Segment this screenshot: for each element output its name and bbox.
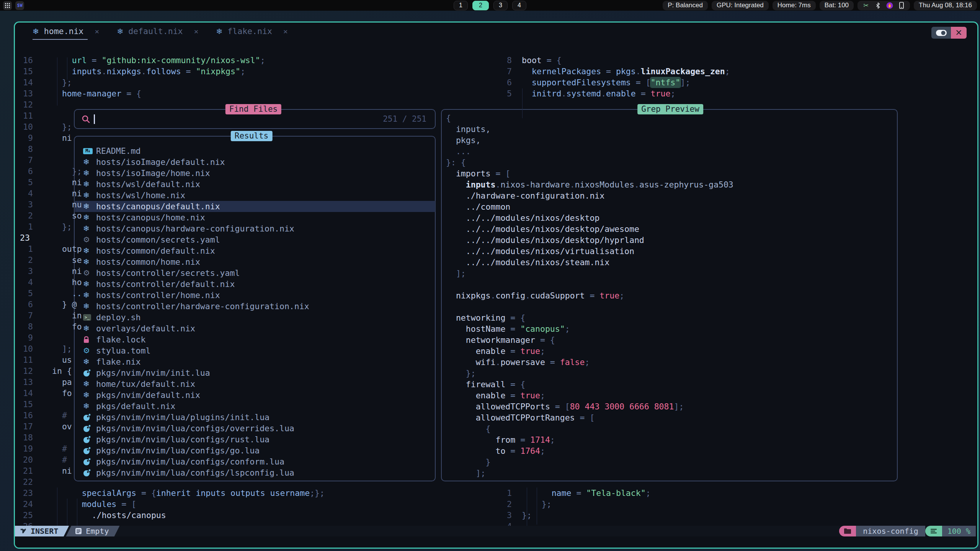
code-line[interactable]: 8 — [15, 143, 977, 155]
code-line[interactable]: 8boot = { — [15, 55, 977, 66]
workspace-button-1[interactable]: 1 — [454, 1, 468, 10]
code-line[interactable]: 3 nu — [15, 199, 977, 210]
code-line[interactable]: 3}; — [15, 510, 977, 521]
line-number: 8 — [493, 55, 512, 66]
code-line[interactable]: 10 ]; — [15, 343, 977, 354]
code-line[interactable]: 16 # — [15, 410, 977, 421]
line-number: 20 — [15, 454, 33, 465]
code-line[interactable]: 8 fo — [15, 321, 977, 332]
workspace-button-3[interactable]: 3 — [493, 1, 508, 10]
code-line[interactable]: 10 }; — [15, 121, 977, 132]
results-title: Results — [231, 131, 273, 141]
tab-label: flake.nix — [227, 26, 272, 36]
file-state: Empty — [66, 526, 119, 536]
code-line[interactable]: 4 ho — [15, 277, 977, 288]
code-line[interactable]: 13 pa — [15, 377, 977, 388]
code-line[interactable]: 19 # — [15, 443, 977, 454]
line-number: 19 — [15, 443, 33, 454]
workspace-button-4[interactable]: 4 — [512, 1, 526, 10]
tab-default.nix[interactable]: ❄default.nix× — [117, 23, 198, 40]
workspace-button-2[interactable]: 2 — [472, 1, 489, 10]
code-line[interactable]: 7 — [15, 155, 977, 166]
code-line[interactable]: 23 — [15, 232, 977, 243]
desktop-background: ❄home.nix×❄default.nix×❄flake.nix× ✕ 251… — [0, 11, 980, 551]
apps-grid-icon[interactable] — [3, 1, 12, 10]
code-line[interactable]: 22 — [15, 476, 977, 487]
line-number: 3 — [15, 199, 33, 210]
tab-flake.nix[interactable]: ❄flake.nix× — [216, 23, 288, 40]
phone-icon[interactable] — [898, 2, 905, 9]
flame-icon[interactable] — [886, 2, 893, 9]
clock[interactable]: Thu Aug 08, 18:16 — [914, 1, 977, 10]
code-line[interactable]: 5 ni — [15, 177, 977, 188]
code-line[interactable]: 1 name = "Tela-black"; — [15, 487, 977, 499]
code-line[interactable]: 2 se — [15, 254, 977, 266]
code-line[interactable]: 2 so — [15, 210, 977, 221]
code-line[interactable]: 20 # — [15, 454, 977, 465]
indent-guide — [522, 88, 523, 118]
status-bar: $W 1234 P: BalancedGPU: IntegratedHome: … — [0, 0, 980, 11]
code-line[interactable]: 1 outp — [15, 243, 977, 254]
code-line[interactable]: 7 in — [15, 310, 977, 321]
tab-close-icon[interactable]: × — [283, 27, 288, 36]
code-line[interactable]: 4 ni — [15, 188, 977, 199]
indent-guide — [537, 487, 537, 525]
command-line[interactable] — [15, 536, 977, 548]
code-line[interactable]: 2 }; — [15, 499, 977, 510]
code-line[interactable]: 12 — [15, 99, 977, 110]
code-line[interactable]: 6 } @ — [15, 299, 977, 310]
sw-logo-icon[interactable]: $W — [15, 1, 24, 10]
code-line[interactable]: 12in { — [15, 365, 977, 377]
code-line[interactable]: 1 }; — [15, 221, 977, 232]
system-tray: ✂ — [858, 1, 910, 10]
line-number: 6 — [15, 299, 33, 310]
status-pill-2: Home: 7ms — [773, 1, 816, 10]
code-line[interactable]: 7 kernelPackages = pkgs.linuxPackages_ze… — [15, 66, 977, 77]
code-line[interactable]: 3 ni — [15, 266, 977, 277]
code-line[interactable]: 9 — [15, 332, 977, 343]
preview-title: Grep Preview — [637, 104, 703, 114]
code-line[interactable]: 9 ni — [15, 132, 977, 143]
line-number: 14 — [15, 388, 33, 399]
tab-close-icon[interactable]: × — [95, 27, 99, 36]
code-line[interactable]: 17 ov — [15, 421, 977, 432]
code-line[interactable]: 14 fo — [15, 388, 977, 399]
line-number: 5 — [15, 288, 33, 299]
line-number: 11 — [15, 110, 33, 121]
code-line[interactable]: 15 — [15, 399, 977, 410]
find-files-title: Find Files — [225, 104, 281, 114]
code-line[interactable]: 6 supportedFilesystems = ["ntfs"]; — [15, 77, 977, 88]
launcher-group: $W — [0, 1, 24, 10]
workspace-switcher: 1234 — [454, 0, 526, 11]
code-line[interactable]: 11 — [15, 110, 977, 121]
line-number: 1 — [15, 221, 33, 232]
tab-home.nix[interactable]: ❄home.nix× — [33, 23, 99, 40]
code-line[interactable]: 5 initrd.systemd.enable = true; — [15, 88, 977, 99]
tab-close-icon[interactable]: × — [194, 27, 199, 36]
line-number: 9 — [15, 332, 33, 343]
bluetooth-icon[interactable] — [874, 2, 881, 9]
line-number: 8 — [15, 321, 33, 332]
line-number: 7 — [15, 310, 33, 321]
statusline-right: nixos-config 100 % — [839, 526, 976, 536]
toggle-switch-button[interactable] — [931, 27, 951, 39]
scissors-icon[interactable]: ✂ — [862, 2, 869, 9]
close-window-button[interactable]: ✕ — [951, 27, 967, 39]
status-pill-1: GPU: Integrated — [712, 1, 769, 10]
nix-icon: ❄ — [33, 27, 39, 36]
editor-area: 251 / 251 Find Files M↓README.md❄hosts/i… — [15, 40, 977, 526]
tab-label: default.nix — [128, 26, 183, 36]
line-number: 21 — [15, 465, 33, 476]
line-number: 11 — [15, 354, 33, 365]
code-line[interactable]: 11 us — [15, 354, 977, 365]
code-line[interactable]: 5 .. — [15, 288, 977, 299]
line-number: 5 — [493, 88, 512, 99]
line-number: 2 — [15, 210, 33, 221]
code-line[interactable]: 6 }; — [15, 166, 977, 177]
code-line[interactable]: 18 — [15, 432, 977, 443]
line-number: 16 — [15, 410, 33, 421]
statusline: INSERT Empty nixos-config 100 % — [15, 526, 977, 536]
line-number: 10 — [15, 121, 33, 132]
code-line[interactable]: 21 ni — [15, 465, 977, 476]
indent-guide — [77, 499, 77, 528]
